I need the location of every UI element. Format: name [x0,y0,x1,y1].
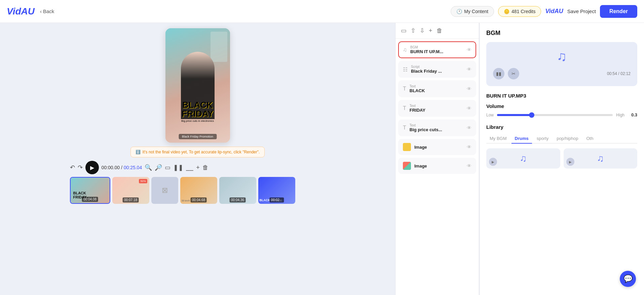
undo-button[interactable]: ↶ [70,164,75,171]
text-icon: T [403,105,406,111]
track-visibility-button[interactable]: 👁 [467,47,471,52]
track-move-down-button[interactable]: ⇩ [420,27,425,34]
volume-slider[interactable] [497,114,613,116]
logo: VidAU [7,6,35,17]
timeline-controls: ↶ ↷ ▶ 00:00.00 / 00:25.04 🔍 🔎 ▭ ❚❚ ⎯⎯ + … [70,161,326,174]
track-visibility-button[interactable]: 👁 [467,163,471,169]
track-bgm[interactable]: ♫ BGM BURN IT UP.M... 👁 [398,41,476,58]
track-name: Image [414,145,463,150]
library-card-1[interactable]: ♫ ▶ [486,148,560,169]
track-add-button[interactable]: + [429,27,432,34]
bgm-controls: ▮▮ ✂ 00:54 / 02:12 [493,68,631,79]
thumbnail-label: 00:04.08 [82,197,98,202]
text-icon: T [403,86,406,92]
split-button[interactable]: ❚❚ [173,164,183,171]
track-info-bgm: BGM BURN IT UP.M... [410,45,463,54]
credits-button[interactable]: 🪙 481 Credits [498,6,541,17]
track-name: Image [414,163,463,169]
preview-shelf [211,32,227,62]
zoom-out-button[interactable]: 🔍 [145,164,152,171]
track-text-friday[interactable]: T Text FRIDAY 👁 [398,100,476,117]
music-icon: ♫ [403,47,407,53]
track-info-script: Script Black Friday ... [411,65,463,74]
track-type-label: Script [411,65,463,69]
track-list: ♫ BGM BURN IT UP.M... 👁 ☷ Script Black F… [395,39,479,295]
preview-background [165,28,230,143]
back-arrow-icon: ‹ [40,8,42,14]
thumbnail-item[interactable]: 38 km/h 00:04.68 [180,177,217,204]
back-button[interactable]: ‹ Back [40,8,54,14]
library-card-2[interactable]: ♫ ▶ [564,148,638,169]
track-text-bigprice[interactable]: T Text Big price cuts... 👁 [398,119,476,136]
add-clip-button[interactable]: + [196,164,200,171]
thumbnail-label: 00:07.18 [122,197,139,202]
main-content: BLACK FRIDAY Big price cuts in electroni… [0,23,644,295]
thumbnail-item[interactable]: BLACKFRIDAY 00:04.08 [70,177,110,204]
render-button[interactable]: Render [600,5,637,18]
tab-drums[interactable]: Drums [512,134,532,144]
tab-my-bgm[interactable]: My BGM [486,134,510,144]
track-visibility-button[interactable]: 👁 [467,86,471,91]
track-copy-button[interactable]: ▭ [401,27,407,34]
track-text-black[interactable]: T Text BLACK 👁 [398,80,476,97]
tab-sporty[interactable]: sporty [533,134,552,144]
track-type-label: Text [410,84,463,88]
tab-pop-hiphop[interactable]: pop/hiphop [553,134,581,144]
script-icon: ☷ [403,66,408,73]
thumbnail-item[interactable]: 00:04.36 [219,177,256,204]
lib-play-button[interactable]: ▶ [566,158,574,166]
track-info-text-friday: Text FRIDAY [410,104,463,113]
trim-button[interactable]: ⎯⎯ [186,164,193,171]
track-visibility-button[interactable]: 👁 [467,106,471,111]
thumbnail-label: 00:04.68 [190,197,207,202]
volume-track [497,114,613,116]
volume-section: Volume Low High 0.3 [486,103,637,117]
volume-low-label: Low [486,113,494,117]
vidau-logo-small: VidAU [545,8,563,15]
library-section: Library My BGM Drums sporty pop/hiphop O… [486,124,637,169]
redo-button[interactable]: ↷ [78,164,83,171]
play-button[interactable]: ▶ [85,161,99,174]
save-project-button[interactable]: Save Project [567,8,596,14]
track-type-label: Text [410,123,463,127]
track-image-1[interactable]: Image 👁 [398,139,476,155]
text-icon: T [403,125,406,131]
bgm-cut-button[interactable]: ✂ [508,68,519,79]
volume-fill [497,114,532,116]
track-visibility-button[interactable]: 👁 [467,67,471,72]
volume-label: Volume [486,103,637,109]
track-info-image2: Image [414,163,463,169]
track-visibility-button[interactable]: 👁 [467,144,471,150]
lib-play-button[interactable]: ▶ [489,158,497,166]
chat-bubble-button[interactable]: 💬 [620,271,636,287]
video-preview: BLACK FRIDAY Big price cuts in electroni… [165,28,230,143]
bgm-player-card: ♫ ▮▮ ✂ 00:54 / 02:12 [486,42,637,86]
bgm-pause-button[interactable]: ▮▮ [493,68,504,79]
fit-button[interactable]: ▭ [165,164,171,171]
clock-icon: 🕐 [456,9,462,14]
track-delete-button[interactable]: 🗑 [437,27,443,34]
track-script[interactable]: ☷ Script Black Friday ... 👁 [398,61,476,78]
volume-thumb[interactable] [529,112,534,118]
coin-icon: 🪙 [504,9,509,14]
track-visibility-button[interactable]: 👁 [467,125,471,131]
thumbnail-item[interactable]: 50% 00:07.18 [112,177,149,204]
delete-clip-button[interactable]: 🗑 [202,164,209,171]
left-panel: BLACK FRIDAY Big price cuts in electroni… [0,23,395,295]
alert-bar: ℹ️ It's not the final video yet, To get … [130,147,265,157]
bgm-filename: BURN IT UP.MP3 [486,93,637,99]
zoom-in-button[interactable]: 🔎 [155,164,162,171]
library-grid: ♫ ▶ ♫ ▶ [486,148,637,169]
thumbnail-empty[interactable]: ⊠ [151,177,178,204]
library-title: Library [486,124,637,130]
time-display: 00:00.00 / 00:25.04 [102,165,142,170]
tab-other[interactable]: Oth [583,134,597,144]
lib-music-icon: ♫ [597,153,604,164]
track-type-label: BGM [410,45,463,49]
my-content-button[interactable]: 🕐 My Content [451,6,494,17]
track-move-up-button[interactable]: ⇧ [411,27,416,34]
track-name: Big price cuts... [410,127,463,132]
thumbnail-item[interactable]: BLACK FRIDAY 00:02... [258,177,295,204]
track-image-2[interactable]: Image 👁 [398,158,476,174]
lib-music-icon: ♫ [520,153,527,164]
